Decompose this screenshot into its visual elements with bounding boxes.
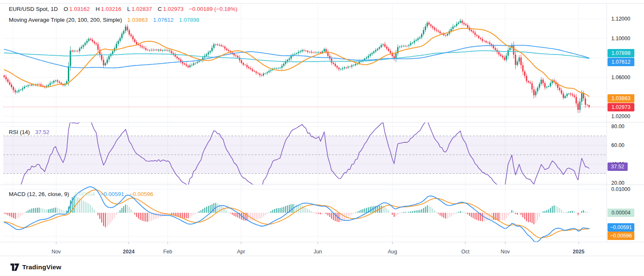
- ma200-value: 1.07898: [179, 17, 200, 23]
- tradingview-chart-window: EUR/USD Spot, 1D O1.03162 H1.03216 L1.02…: [0, 0, 644, 276]
- time-axis-label: 2024: [123, 249, 135, 255]
- price-axis-label: 1.10000: [611, 36, 630, 41]
- price-axis-label: 1.06000: [611, 75, 630, 80]
- close-label: C: [158, 6, 162, 12]
- tradingview-logo-icon: [10, 263, 19, 271]
- time-scale[interactable]: [0, 242, 607, 256]
- macd-indicator-title: MACD (12, 26, close, 9): [9, 191, 69, 197]
- macd-signal-value: −0.00596: [130, 191, 153, 197]
- tradingview-logo[interactable]: TradingView: [10, 263, 61, 271]
- price-axis-badge: 1.02973: [608, 103, 634, 111]
- price-axis-badge: 1.07898: [608, 49, 634, 57]
- time-axis-label: 2025: [573, 249, 584, 255]
- rsi-value-badge: 37.52: [608, 163, 628, 171]
- close-value: 1.02973: [163, 6, 184, 12]
- low-label: L: [127, 6, 130, 12]
- time-axis-label: Jun: [314, 249, 322, 255]
- high-value: 1.03216: [101, 6, 122, 12]
- time-axis-label: Oct: [461, 249, 469, 255]
- macd-value-badge: −0.00596: [608, 232, 634, 240]
- low-value: 1.02837: [132, 6, 152, 12]
- change-value: −0.00189 (−0.18%): [189, 6, 238, 12]
- rsi-legend-row[interactable]: RSI (14) 37.52: [9, 129, 49, 136]
- ma20-value: 1.03863: [127, 17, 148, 23]
- price-axis-label: 1.02000: [611, 113, 630, 119]
- time-axis-label: Apr: [237, 249, 245, 255]
- open-value: 1.03162: [69, 6, 90, 12]
- symbol-legend-row[interactable]: EUR/USD Spot, 1D O1.03162 H1.03216 L1.02…: [9, 5, 237, 13]
- time-axis-label: Nov: [501, 249, 510, 255]
- macd-legend-row[interactable]: MACD (12, 26, close, 9) 0.00004 −0.00591…: [9, 191, 153, 198]
- rsi-axis-label: 60.00: [611, 142, 624, 148]
- time-axis-label: Nov: [52, 249, 61, 255]
- ma-legend-row[interactable]: Moving Average Triple (20, 100, 200, Sim…: [9, 16, 200, 24]
- price-axis-label: 1.12000: [611, 16, 630, 22]
- open-label: O: [64, 6, 68, 12]
- ma-indicator-title: Moving Average Triple (20, 100, 200, Sim…: [9, 17, 122, 23]
- time-axis-label: Feb: [163, 249, 172, 255]
- rsi-axis-label: 80.00: [611, 124, 624, 129]
- tradingview-logo-text: TradingView: [22, 263, 61, 271]
- macd-value-badge: −0.00591: [608, 223, 634, 232]
- symbol-title: EUR/USD Spot, 1D: [9, 6, 58, 12]
- ma100-value: 1.07612: [153, 17, 174, 23]
- rsi-axis-label: 20.00: [611, 180, 624, 186]
- macd-axis-label: 0.01000: [611, 186, 630, 192]
- price-axis-badge: 1.03863: [608, 94, 634, 103]
- macd-hist-value: 0.00004: [75, 191, 95, 197]
- time-axis-label: Aug: [388, 249, 397, 255]
- chart-canvas[interactable]: [0, 0, 644, 276]
- macd-line-value: −0.00591: [100, 191, 124, 197]
- price-axis-badge: 1.07612: [608, 58, 634, 66]
- rsi-indicator-title: RSI (14): [9, 129, 30, 135]
- high-label: H: [96, 6, 100, 12]
- macd-value-badge: 0.00004: [608, 209, 634, 217]
- rsi-value: 37.52: [35, 129, 49, 135]
